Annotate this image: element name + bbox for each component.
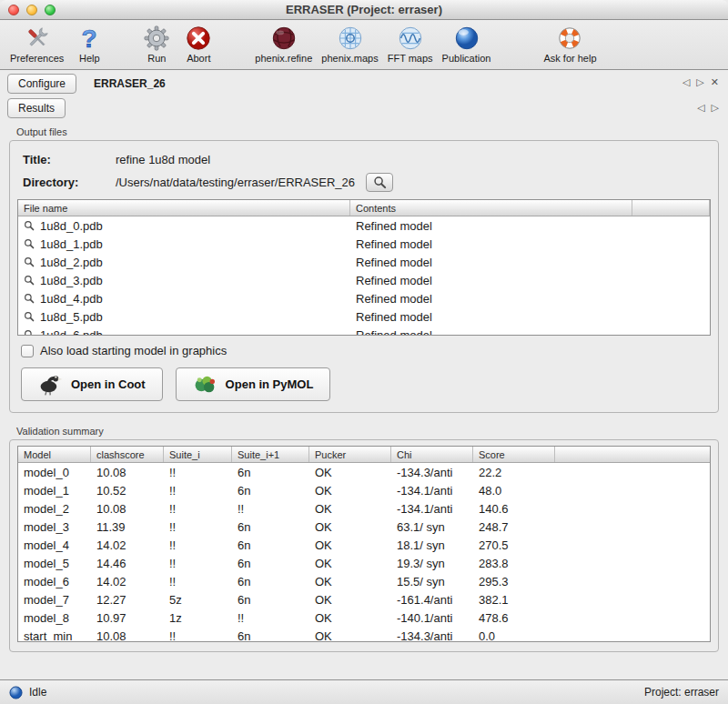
validation-cell: 10.08 [91, 502, 164, 516]
validation-row[interactable]: model_414.02!!6nOK18.1/ syn270.5 [18, 536, 710, 554]
tab-scroll-left-icon[interactable]: ◁ [682, 76, 690, 88]
run-button[interactable]: Run [136, 23, 177, 65]
load-starting-model-label: Also load starting model in graphics [40, 344, 227, 357]
column-header-contents[interactable]: Contents [350, 200, 632, 216]
validation-cell: 248.7 [473, 520, 555, 534]
subtab-scroll-right-icon[interactable]: ▷ [712, 102, 719, 114]
column-header-score[interactable]: Score [473, 447, 555, 462]
validation-cell: !! [164, 629, 232, 643]
validation-cell: 295.3 [473, 575, 555, 588]
file-row[interactable]: 1u8d_0.pdbRefined model [18, 216, 710, 235]
fft-maps-button[interactable]: FFT maps [383, 23, 438, 65]
validation-cell: 14.02 [91, 538, 164, 552]
file-row[interactable]: 1u8d_5.pdbRefined model [18, 307, 710, 326]
validation-cell: 12.27 [91, 593, 164, 607]
open-in-pymol-button[interactable]: Open in PyMOL [176, 367, 331, 401]
phenix-refine-button[interactable]: phenix.refine [250, 23, 317, 65]
validation-row[interactable]: start_min10.08!!6nOK-134.3/anti0.0 [18, 627, 710, 642]
magnifier-icon [373, 176, 387, 189]
validation-row[interactable]: model_010.08!!6nOK-134.3/anti22.2 [18, 463, 710, 481]
file-contents: Refined model [350, 328, 632, 337]
validation-cell: 283.8 [473, 557, 555, 570]
column-header-file-name[interactable]: File name [18, 200, 350, 216]
browse-directory-button[interactable] [366, 173, 393, 192]
tab-results[interactable]: Results [7, 98, 66, 118]
tab-configure[interactable]: Configure [7, 74, 76, 94]
validation-cell: 1z [164, 611, 232, 625]
validation-cell: -134.1/anti [391, 484, 473, 498]
help-button[interactable]: ? Help [68, 23, 110, 65]
validation-row[interactable]: model_311.39!!6nOK63.1/ syn248.7 [18, 518, 710, 536]
validation-cell: model_6 [18, 575, 91, 588]
validation-cell: !! [164, 575, 232, 588]
output-files-group: Title: refine 1u8d model Directory: /Use… [9, 140, 719, 413]
tab-scroll-right-icon[interactable]: ▷ [696, 76, 703, 88]
toolbar-label-fft-maps: FFT maps [388, 53, 433, 64]
close-window-button[interactable] [8, 5, 19, 15]
magnifier-icon [24, 293, 35, 304]
open-in-coot-button[interactable]: Open in Coot [21, 367, 163, 401]
directory-value: /Users/nat/data/testing/erraser/ERRASER_… [116, 176, 355, 189]
validation-cell: 6n [232, 575, 309, 588]
column-header-suite-i1[interactable]: Suite_i+1 [232, 447, 309, 462]
validation-cell: 6n [232, 538, 309, 552]
validation-cell: 6n [232, 484, 309, 498]
open-in-pymol-label: Open in PyMOL [226, 377, 314, 391]
ask-for-help-button[interactable]: Ask for help [539, 23, 601, 65]
validation-row[interactable]: model_614.02!!6nOK15.5/ syn295.3 [18, 572, 710, 590]
validation-row[interactable]: model_514.46!!6nOK19.3/ syn283.8 [18, 554, 710, 572]
validation-cell: 10.52 [91, 484, 164, 498]
publication-button[interactable]: Publication [438, 23, 496, 65]
file-row[interactable]: 1u8d_3.pdbRefined model [18, 271, 710, 289]
lifebuoy-icon [555, 24, 584, 53]
column-header-suite-i[interactable]: Suite_i [164, 447, 232, 462]
validation-cell: model_1 [18, 484, 91, 498]
validation-row[interactable]: model_810.971z!!OK-140.1/anti478.6 [18, 608, 710, 627]
validation-row[interactable]: model_210.08!!!!OK-134.1/anti140.6 [18, 499, 710, 518]
tab-erraser-26[interactable]: ERRASER_26 [84, 75, 176, 93]
toolbar-label-publication: Publication [442, 53, 491, 64]
column-header-pucker[interactable]: Pucker [309, 447, 391, 462]
column-header-empty [555, 447, 710, 462]
validation-cell: !! [232, 502, 309, 516]
file-row[interactable]: 1u8d_4.pdbRefined model [18, 289, 710, 307]
toolbar: Preferences ? Help [0, 20, 728, 70]
phenix-refine-icon [269, 24, 298, 53]
window-title: ERRASER (Project: erraser) [0, 3, 728, 16]
tab-close-icon[interactable]: ✕ [711, 76, 719, 88]
abort-button[interactable]: Abort [177, 23, 219, 65]
validation-cell: !! [164, 502, 232, 516]
load-starting-model-option[interactable]: Also load starting model in graphics [21, 344, 711, 357]
preferences-button[interactable]: Preferences [5, 23, 68, 65]
phenix-maps-icon [336, 24, 365, 53]
column-header-model[interactable]: Model [18, 447, 91, 462]
subtab-scroll-left-icon[interactable]: ◁ [697, 102, 704, 114]
validation-row[interactable]: model_110.52!!6nOK-134.1/anti48.0 [18, 481, 710, 499]
file-name: 1u8d_6.pdb [40, 328, 103, 337]
validation-cell: -140.1/anti [391, 611, 473, 625]
toolbar-label-abort: Abort [187, 53, 210, 64]
load-starting-model-checkbox[interactable] [21, 345, 34, 357]
validation-cell: model_5 [18, 557, 91, 570]
validation-cell: 10.08 [91, 629, 164, 643]
file-row[interactable]: 1u8d_1.pdbRefined model [18, 235, 710, 253]
validation-table-header: Model clashscore Suite_i Suite_i+1 Pucke… [18, 447, 710, 463]
phenix-maps-button[interactable]: phenix.maps [317, 23, 382, 65]
minimize-window-button[interactable] [26, 5, 37, 15]
magnifier-icon [24, 329, 35, 336]
file-row[interactable]: 1u8d_6.pdbRefined model [18, 326, 710, 336]
file-contents: Refined model [350, 219, 632, 233]
column-header-chi[interactable]: Chi [391, 447, 473, 462]
zoom-window-button[interactable] [45, 5, 56, 15]
file-row[interactable]: 1u8d_2.pdbRefined model [18, 253, 710, 271]
file-contents: Refined model [350, 256, 632, 269]
validation-cell: 6n [232, 629, 309, 643]
validation-cell: model_2 [18, 502, 91, 516]
validation-row[interactable]: model_712.275z6nOK-161.4/anti382.1 [18, 590, 710, 608]
validation-cell: 140.6 [473, 502, 555, 516]
validation-cell: 270.5 [473, 538, 555, 552]
help-icon: ? [75, 24, 104, 53]
run-gear-icon [142, 24, 171, 53]
output-files-group-label: Output files [16, 126, 719, 137]
column-header-clashscore[interactable]: clashscore [91, 447, 164, 462]
